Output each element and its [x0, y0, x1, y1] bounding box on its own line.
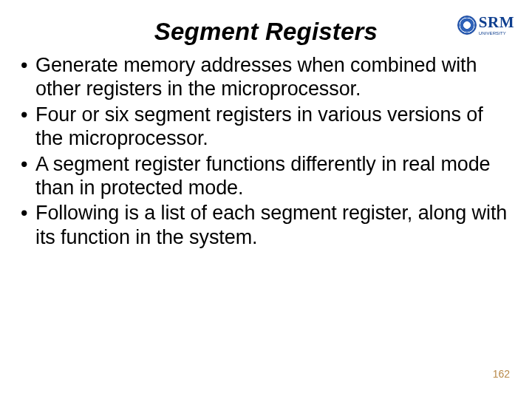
bullet-list: Generate memory addresses when combined … [16, 53, 516, 249]
title-row: Segment Registers SRM UNIVERSITY [16, 13, 516, 53]
logo-main: SRM [479, 15, 514, 30]
list-item: Generate memory addresses when combined … [16, 53, 516, 101]
content-area: Generate memory addresses when combined … [16, 53, 516, 249]
slide-title: Segment Registers [16, 18, 516, 46]
org-logo: SRM UNIVERSITY [457, 15, 514, 35]
page-number: 162 [493, 368, 510, 380]
seal-icon [457, 16, 477, 35]
list-item: Following is a list of each segment regi… [16, 201, 516, 249]
logo-text: SRM UNIVERSITY [479, 15, 514, 35]
slide: Segment Registers SRM UNIVERSITY Generat… [0, 0, 532, 399]
logo-sub: UNIVERSITY [479, 31, 514, 35]
list-item: Four or six segment registers in various… [16, 103, 516, 151]
list-item: A segment register functions differently… [16, 152, 516, 200]
